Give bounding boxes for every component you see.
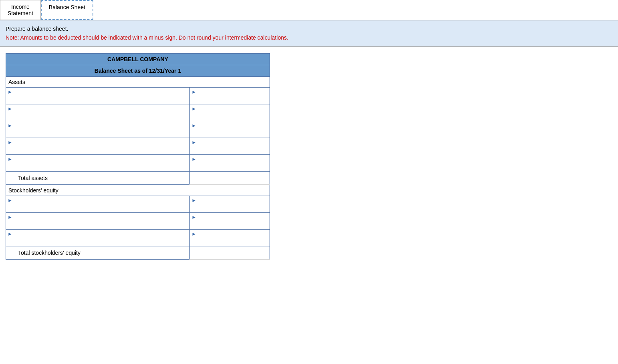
asset-label-input-4[interactable] xyxy=(8,145,188,154)
asset-amount-1[interactable]: ► xyxy=(190,87,270,104)
total-assets-amount[interactable] xyxy=(190,171,270,184)
asset-amount-input-1[interactable] xyxy=(191,95,268,103)
arrow-icon-4: ► xyxy=(8,140,13,145)
asset-row-2: ► ► xyxy=(6,104,270,121)
instructions-panel: Prepare a balance sheet. Note: Amounts t… xyxy=(0,20,618,47)
arrow-icon-5: ► xyxy=(8,156,13,162)
total-assets-label: Total assets xyxy=(6,171,190,184)
asset-label-5[interactable]: ► xyxy=(6,154,190,171)
arrow-icon-eq-1: ► xyxy=(8,198,13,203)
arrow-icon-amount-5: ► xyxy=(191,156,197,162)
instructions-line2: Note: Amounts to be deducted should be i… xyxy=(6,33,612,42)
asset-label-2[interactable]: ► xyxy=(6,104,190,121)
asset-amount-input-4[interactable] xyxy=(191,145,268,154)
arrow-icon-eq-amount-2: ► xyxy=(191,214,197,220)
arrow-icon-eq-3: ► xyxy=(8,231,13,237)
asset-row-3: ► ► xyxy=(6,121,270,138)
asset-amount-input-2[interactable] xyxy=(191,112,268,120)
company-name-row: CAMPBELL COMPANY xyxy=(6,53,270,65)
total-equity-row: Total stockholders' equity xyxy=(6,246,270,259)
total-assets-row: Total assets xyxy=(6,171,270,184)
company-name-cell: CAMPBELL COMPANY xyxy=(6,53,270,65)
asset-label-3[interactable]: ► xyxy=(6,121,190,138)
equity-amount-input-2[interactable] xyxy=(191,220,268,228)
total-equity-label: Total stockholders' equity xyxy=(6,246,190,259)
equity-row-1: ► ► xyxy=(6,196,270,212)
equity-label-cell: Stockholders' equity xyxy=(6,184,270,196)
asset-amount-4[interactable]: ► xyxy=(190,138,270,154)
asset-label-1[interactable]: ► xyxy=(6,87,190,104)
asset-label-input-2[interactable] xyxy=(8,112,188,120)
equity-label-row: Stockholders' equity xyxy=(6,184,270,196)
total-equity-amount[interactable] xyxy=(190,246,270,259)
equity-amount-3[interactable]: ► xyxy=(190,229,270,246)
asset-row-1: ► ► xyxy=(6,87,270,104)
equity-label-1[interactable]: ► xyxy=(6,196,190,212)
arrow-icon-amount-4: ► xyxy=(191,140,197,145)
equity-amount-input-1[interactable] xyxy=(191,203,268,212)
arrow-icon-eq-amount-3: ► xyxy=(191,231,197,237)
equity-amount-2[interactable]: ► xyxy=(190,212,270,229)
arrow-icon-1: ► xyxy=(8,89,13,95)
total-assets-input[interactable] xyxy=(192,174,267,182)
instructions-line1: Prepare a balance sheet. xyxy=(6,24,612,33)
equity-amount-input-3[interactable] xyxy=(191,237,268,245)
asset-amount-2[interactable]: ► xyxy=(190,104,270,121)
arrow-icon-amount-2: ► xyxy=(191,106,197,112)
equity-label-input-3[interactable] xyxy=(8,237,188,245)
total-equity-input[interactable] xyxy=(192,248,267,257)
equity-label-3[interactable]: ► xyxy=(6,229,190,246)
asset-label-input-5[interactable] xyxy=(8,162,188,170)
asset-row-4: ► ► xyxy=(6,138,270,154)
asset-amount-3[interactable]: ► xyxy=(190,121,270,138)
asset-amount-input-3[interactable] xyxy=(191,128,268,137)
arrow-icon-eq-2: ► xyxy=(8,214,13,220)
arrow-icon-2: ► xyxy=(8,106,13,112)
equity-label-input-2[interactable] xyxy=(8,220,188,228)
assets-label-row: Assets xyxy=(6,76,270,87)
assets-label-cell: Assets xyxy=(6,76,270,87)
asset-label-4[interactable]: ► xyxy=(6,138,190,154)
sheet-container: CAMPBELL COMPANY Balance Sheet as of 12/… xyxy=(0,47,618,266)
equity-amount-1[interactable]: ► xyxy=(190,196,270,212)
arrow-icon-3: ► xyxy=(8,123,13,128)
tab-balance-sheet[interactable]: Balance Sheet xyxy=(41,0,93,20)
sheet-title-row: Balance Sheet as of 12/31/Year 1 xyxy=(6,65,270,76)
asset-row-5: ► ► xyxy=(6,154,270,171)
equity-row-2: ► ► xyxy=(6,212,270,229)
arrow-icon-eq-amount-1: ► xyxy=(191,198,197,203)
asset-amount-5[interactable]: ► xyxy=(190,154,270,171)
asset-label-input-1[interactable] xyxy=(8,95,188,103)
tab-income-statement[interactable]: Income Statement xyxy=(0,0,41,20)
equity-row-3: ► ► xyxy=(6,229,270,246)
sheet-title-cell: Balance Sheet as of 12/31/Year 1 xyxy=(6,65,270,76)
arrow-icon-amount-3: ► xyxy=(191,123,197,128)
equity-label-input-1[interactable] xyxy=(8,203,188,212)
balance-sheet-table: CAMPBELL COMPANY Balance Sheet as of 12/… xyxy=(6,53,270,260)
equity-label-2[interactable]: ► xyxy=(6,212,190,229)
asset-label-input-3[interactable] xyxy=(8,128,188,137)
arrow-icon-amount-1: ► xyxy=(191,89,197,95)
tab-bar: Income Statement Balance Sheet xyxy=(0,0,618,20)
asset-amount-input-5[interactable] xyxy=(191,162,268,170)
